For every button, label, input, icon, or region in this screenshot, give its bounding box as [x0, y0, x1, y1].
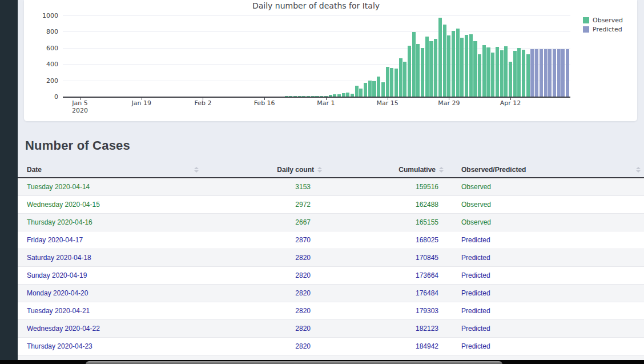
x-axis-tick-label: Feb 2	[194, 99, 211, 107]
observed-bar	[452, 31, 455, 97]
observed-bar	[465, 35, 468, 97]
observed-bar	[386, 67, 389, 97]
cell-cumulative: 159516	[325, 183, 454, 191]
cell-status: Observed	[454, 218, 644, 226]
cell-daily-count: 2820	[201, 342, 325, 350]
x-axis-tick-label: Jan 5 2020	[72, 99, 88, 114]
table-row: Tuesday 2020-04-143153159516Observed	[18, 178, 644, 196]
background-window-edge	[86, 361, 502, 364]
column-header-date-label: Date	[27, 166, 42, 174]
cell-daily-count: 2870	[201, 236, 325, 244]
observed-bar	[438, 18, 442, 97]
column-header-daily-count[interactable]: Daily count	[201, 166, 325, 174]
observed-bar	[522, 50, 525, 97]
y-axis-tick-label: 1000	[32, 12, 58, 19]
y-axis-tick-label: 800	[32, 28, 58, 35]
sort-icon[interactable]	[636, 167, 641, 173]
cell-daily-count: 2972	[201, 201, 325, 209]
gridline	[63, 48, 570, 49]
cell-daily-count: 2820	[201, 307, 325, 315]
gridline	[63, 31, 570, 32]
table-row: Saturday 2020-04-182820170845Predicted	[18, 249, 644, 267]
cell-daily-count: 2820	[201, 325, 325, 333]
chart-legend: Observed Predicted	[583, 15, 623, 34]
predicted-bar	[530, 49, 534, 97]
cell-date: Wednesday 2020-04-15	[18, 201, 201, 209]
observed-bar	[372, 81, 376, 97]
table-row: Friday 2020-04-172870168025Predicted	[18, 231, 644, 249]
table-row: Wednesday 2020-04-222820182123Predicted	[18, 320, 644, 338]
cell-cumulative: 162488	[325, 201, 454, 209]
left-sidebar-strip	[0, 0, 18, 364]
observed-bar	[496, 47, 499, 97]
predicted-swatch-icon	[583, 26, 589, 33]
cell-daily-count: 2820	[201, 254, 325, 262]
observed-bar	[526, 54, 530, 97]
observed-swatch-icon	[583, 17, 589, 23]
legend-item-observed[interactable]: Observed	[583, 15, 623, 25]
sort-icon[interactable]	[439, 167, 444, 173]
sort-icon[interactable]	[317, 167, 322, 173]
cell-date: Friday 2020-04-17	[18, 236, 201, 244]
observed-bar	[408, 46, 411, 97]
x-axis-tick-label: Mar 29	[438, 99, 460, 107]
predicted-bar	[557, 49, 561, 97]
observed-bar	[513, 51, 517, 97]
cell-cumulative: 184942	[325, 342, 454, 350]
cell-date: Wednesday 2020-04-22	[18, 325, 201, 333]
column-header-cumulative[interactable]: Cumulative	[325, 166, 454, 174]
cell-date: Thursday 2020-04-16	[18, 218, 201, 226]
predicted-bar	[566, 49, 569, 97]
cell-daily-count: 2667	[201, 218, 325, 226]
observed-bar	[355, 86, 359, 97]
observed-bar	[478, 54, 481, 97]
column-header-date[interactable]: Date	[18, 166, 201, 174]
cell-date: Thursday 2020-04-23	[18, 342, 201, 350]
observed-bar	[421, 48, 424, 97]
legend-item-predicted[interactable]: Predicted	[583, 25, 623, 34]
predicted-bar	[561, 49, 565, 97]
cell-status: Predicted	[454, 236, 644, 244]
observed-bar	[403, 62, 406, 97]
column-header-observed-predicted-label: Observed/Predicted	[461, 166, 526, 174]
observed-bar	[346, 93, 349, 97]
observed-bar	[368, 81, 372, 97]
observed-bar	[412, 32, 416, 97]
cell-status: Observed	[454, 201, 644, 209]
cell-date: Sunday 2020-04-19	[18, 271, 201, 279]
cell-date: Monday 2020-04-20	[18, 289, 201, 297]
column-header-observed-predicted[interactable]: Observed/Predicted	[454, 166, 644, 174]
predicted-bar	[540, 49, 543, 97]
observed-bar	[500, 50, 504, 97]
cell-daily-count: 2820	[201, 271, 325, 279]
observed-bar	[469, 34, 473, 97]
x-axis-tick-label: Feb 16	[254, 99, 275, 107]
cell-cumulative: 168025	[325, 236, 454, 244]
observed-bar	[416, 44, 420, 97]
observed-bar	[381, 82, 385, 97]
cell-date: Saturday 2020-04-18	[18, 254, 201, 262]
predicted-bar	[548, 49, 552, 97]
observed-bar	[482, 45, 486, 97]
sort-icon[interactable]	[194, 167, 199, 173]
cell-cumulative: 165155	[325, 218, 454, 226]
legend-label-predicted: Predicted	[593, 26, 622, 33]
predicted-bar	[544, 49, 548, 97]
observed-bar	[364, 83, 367, 97]
observed-bar	[434, 39, 437, 97]
cell-date: Tuesday 2020-04-21	[18, 307, 201, 315]
x-axis-tick-label: Mar 1	[317, 99, 335, 107]
cell-cumulative: 170845	[325, 254, 454, 262]
table-row: Monday 2020-04-202820176484Predicted	[18, 285, 644, 302]
cell-daily-count: 3153	[201, 183, 325, 191]
table-row: Sunday 2020-04-192820173664Predicted	[18, 267, 644, 285]
observed-bar	[399, 58, 402, 97]
cell-status: Predicted	[454, 254, 644, 262]
cell-status: Predicted	[454, 307, 644, 315]
dashboard-page: { "colors": { "page_bg": "#eaedf3", "lef…	[0, 0, 644, 364]
cases-table: Date Daily count Cumulative Observed/Pre…	[18, 162, 644, 364]
observed-bar	[486, 47, 490, 97]
column-header-daily-count-label: Daily count	[277, 166, 314, 174]
cell-cumulative: 176484	[325, 289, 454, 297]
cell-daily-count: 2820	[201, 289, 325, 297]
